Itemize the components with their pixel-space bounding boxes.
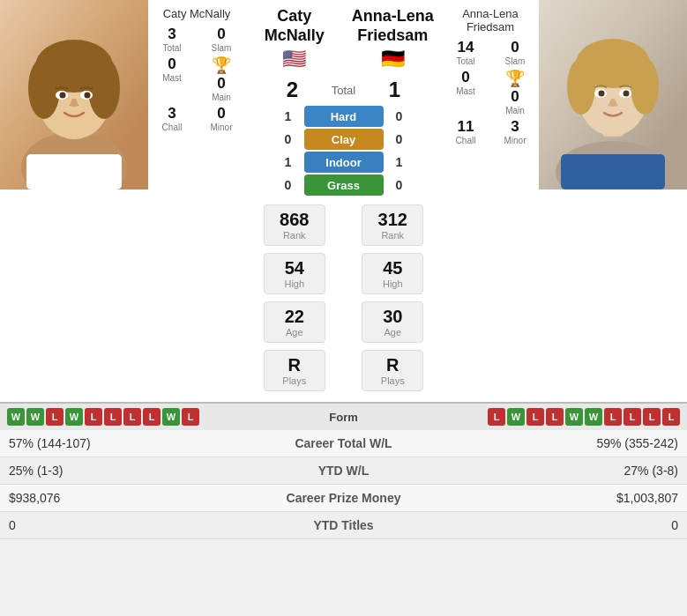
right-age-box: 30 Age — [362, 301, 423, 343]
right-plays-lbl: Plays — [371, 375, 414, 386]
right-main-val: 0 — [511, 88, 519, 106]
right-total-val: 14 — [442, 39, 489, 56]
left-slam-cell: 0 Slam — [198, 26, 245, 53]
svg-point-6 — [88, 57, 120, 119]
stat-right-0: 59% (355-242) — [432, 436, 679, 450]
stat-row-0: 57% (144-107)Career Total W/L59% (355-24… — [0, 430, 687, 457]
names-row: Caty McNally 🇺🇸 Anna-Lena Friedsam 🇩🇪 — [245, 0, 442, 74]
stat-right-3: 0 — [432, 518, 679, 532]
clay-tag: Clay — [304, 129, 384, 150]
grass-right-score: 0 — [384, 178, 415, 192]
right-rank-val: 312 — [371, 210, 414, 230]
center-col: Caty McNally 🇺🇸 Anna-Lena Friedsam 🇩🇪 2 … — [245, 0, 442, 395]
left-photo-col — [0, 0, 148, 395]
right-mast-lbl: Mast — [456, 86, 475, 96]
stats-table: 57% (144-107)Career Total W/L59% (355-24… — [0, 430, 687, 539]
left-player-svg — [0, 0, 148, 189]
surf-row-indoor: 1 Indoor 1 — [245, 152, 442, 173]
right-plays-center: R Plays — [344, 346, 443, 395]
form-badge-l: L — [546, 408, 564, 426]
indoor-left-score: 1 — [273, 155, 304, 169]
left-rank-box: 868 Rank — [264, 204, 325, 246]
stat-row-3: 0YTD Titles0 — [0, 512, 687, 539]
left-slam-lbl: Slam — [198, 43, 245, 53]
left-score: 2 — [277, 78, 309, 102]
left-plays-box: R Plays — [264, 350, 325, 391]
left-plays-lbl: Plays — [273, 375, 316, 386]
stat-left-1: 25% (1-3) — [9, 464, 256, 478]
left-high-lbl: High — [273, 278, 316, 289]
right-chall-lbl: Chall — [442, 136, 489, 145]
match-page: Caty McNally 3 Total 0 Slam 0 Mast — [0, 0, 687, 539]
right-minor-val: 3 — [491, 118, 539, 136]
right-main-lbl: Main — [505, 106, 525, 115]
left-age-val: 22 — [273, 307, 316, 327]
surf-row-grass: 0 Grass 0 — [245, 174, 442, 196]
left-center-stats: 868 Rank — [245, 201, 344, 249]
form-section: WWLWLLLLWL Form LWLLWWLLLL — [0, 402, 687, 430]
svg-point-17 — [567, 58, 595, 115]
form-badge-w: W — [7, 408, 25, 426]
right-slam-cell: 0 Slam — [491, 39, 539, 66]
form-row: WWLWLLLLWL Form LWLLWWLLLL — [0, 404, 687, 430]
form-badge-w: W — [565, 408, 583, 426]
clay-left-score: 0 — [273, 132, 304, 146]
left-age-box: 22 Age — [264, 301, 325, 343]
left-high-box: 54 High — [264, 253, 325, 294]
form-badge-l: L — [604, 408, 622, 426]
left-slam-val: 0 — [198, 26, 245, 43]
left-main-cell: 🏆 0 Main — [198, 56, 245, 102]
stat-center-0: Career Total W/L — [256, 436, 432, 450]
left-name-block: Caty McNally 🇺🇸 — [245, 7, 344, 71]
form-badge-w: W — [585, 408, 602, 426]
score-total-row: 2 Total 1 — [245, 78, 442, 102]
left-chall-val: 3 — [148, 105, 196, 122]
total-label: Total — [309, 84, 379, 97]
right-total-cell: 14 Total — [442, 39, 489, 66]
svg-rect-23 — [561, 154, 665, 189]
right-chall-cell: 11 Chall — [442, 118, 489, 145]
right-rank-lbl: Rank — [371, 230, 414, 241]
left-age-center: 22 Age — [245, 298, 344, 346]
right-photo-col — [539, 0, 687, 395]
left-chall-cell: 3 Chall — [148, 105, 196, 132]
stat-right-1: 27% (3-8) — [432, 464, 679, 478]
left-main-val: 0 — [217, 75, 225, 93]
stat-left-0: 57% (144-107) — [9, 436, 256, 450]
stat-right-2: $1,003,807 — [432, 491, 679, 505]
left-minor-cell: 0 Minor — [198, 105, 245, 132]
right-name-block: Anna-Lena Friedsam 🇩🇪 — [344, 7, 443, 71]
form-badge-w: W — [65, 408, 83, 426]
stat-left-2: $938,076 — [9, 491, 256, 505]
left-player-name: Caty McNally — [245, 7, 344, 45]
left-minor-lbl: Minor — [198, 122, 245, 132]
form-badge-l: L — [123, 408, 141, 426]
left-high-center: 54 High — [245, 249, 344, 298]
svg-point-5 — [28, 57, 60, 119]
form-badge-l: L — [643, 408, 661, 426]
left-flag: 🇺🇸 — [245, 48, 344, 71]
left-trophy-icon: 🏆 — [212, 56, 231, 75]
form-badge-l: L — [526, 408, 544, 426]
right-high-val: 45 — [371, 258, 414, 278]
age-row: 22 Age 30 Age — [245, 298, 442, 346]
right-age-lbl: Age — [371, 327, 414, 338]
form-label: Form — [291, 411, 397, 424]
right-player-photo — [539, 0, 687, 189]
left-player-name-below: Caty McNally — [148, 7, 245, 20]
right-player-svg — [539, 0, 687, 189]
left-mast-val: 0 — [168, 56, 175, 73]
top-player-row: Caty McNally 3 Total 0 Slam 0 Mast — [0, 0, 687, 402]
right-chall-val: 11 — [442, 118, 489, 136]
right-total-lbl: Total — [442, 56, 489, 66]
indoor-right-score: 1 — [384, 155, 415, 169]
left-total-cell: 3 Total — [148, 26, 196, 53]
stat-left-3: 0 — [9, 518, 256, 532]
hard-left-score: 1 — [273, 109, 304, 123]
form-badge-l: L — [662, 408, 680, 426]
right-minor-lbl: Minor — [491, 136, 539, 145]
right-high-center: 45 High — [344, 249, 443, 298]
right-mast-val: 0 — [461, 69, 469, 86]
svg-point-18 — [631, 58, 659, 115]
right-slam-val: 0 — [491, 39, 539, 56]
